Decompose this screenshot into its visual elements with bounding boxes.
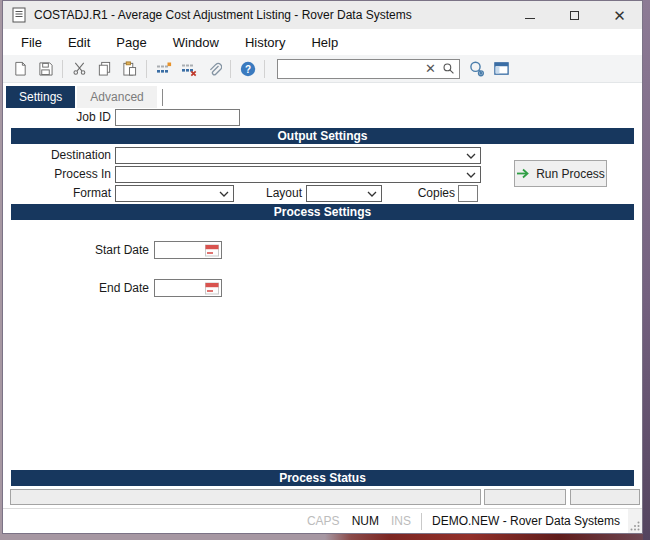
delete-rows-icon [181,61,197,77]
window-layout-icon [493,60,510,77]
save-button[interactable] [33,57,58,80]
search-clear-icon[interactable]: ✕ [421,62,440,75]
format-select[interactable] [115,185,234,202]
cut-button[interactable] [67,57,92,80]
statusbar-separator [421,513,422,530]
search-icon[interactable] [440,62,457,75]
process-status-field-3 [570,489,640,505]
destination-select[interactable] [115,147,481,164]
tab-advanced[interactable]: Advanced [77,86,156,108]
process-in-label: Process In [3,166,111,183]
start-date-field [154,241,222,259]
paperclip-icon [206,61,222,77]
help-icon: ? [240,61,256,77]
cut-icon [72,61,87,76]
app-document-icon [12,7,26,23]
resize-grip[interactable] [628,509,642,533]
copies-input[interactable] [458,185,478,202]
start-date-input[interactable] [155,243,203,257]
add-rows-button[interactable] [151,57,176,80]
svg-text:?: ? [244,63,250,74]
menu-edit[interactable]: Edit [55,30,103,55]
copies-label: Copies [398,185,455,202]
start-date-calendar-button[interactable] [203,242,221,258]
window-layout-button[interactable] [489,57,514,80]
find-preview-button[interactable] [464,57,489,80]
toolbar-separator [146,60,147,78]
save-icon [38,61,53,76]
process-status-message-field [10,489,481,505]
connection-info: DEMO.NEW - Rover Data Systems [432,514,620,528]
close-button[interactable]: ✕ [597,1,642,29]
layout-label: Layout [240,185,302,202]
menu-history[interactable]: History [232,30,298,55]
toolbar-separator [264,60,265,78]
end-date-label: End Date [3,279,149,297]
help-button[interactable]: ? [235,57,260,80]
search-box: ✕ [277,59,460,79]
new-document-icon [13,61,28,76]
copy-button[interactable] [92,57,117,80]
toolbar: ? ✕ [3,55,642,83]
find-preview-icon [468,60,486,78]
toolbar-separator [62,60,63,78]
minimize-button[interactable] [507,1,552,29]
menu-page[interactable]: Page [103,30,159,55]
paste-icon [122,61,137,76]
run-process-label: Run Process [536,167,605,181]
attachment-button[interactable] [201,57,226,80]
insert-indicator: INS [391,514,411,528]
copy-icon [97,61,112,76]
menu-window[interactable]: Window [160,30,232,55]
new-document-button[interactable] [8,57,33,80]
tab-strip: Settings Advanced [6,86,163,108]
layout-select[interactable] [306,185,382,202]
maximize-icon [570,11,579,20]
window-title: COSTADJ.R1 - Average Cost Adjustment Lis… [34,8,412,22]
num-lock-indicator: NUM [352,514,379,528]
chevron-down-icon [367,191,377,197]
delete-rows-button[interactable] [176,57,201,80]
caps-lock-indicator: CAPS [307,514,340,528]
end-date-input[interactable] [155,281,203,295]
title-bar[interactable]: COSTADJ.R1 - Average Cost Adjustment Lis… [3,1,642,29]
search-input[interactable] [282,62,421,76]
tab-settings[interactable]: Settings [6,86,75,108]
menu-help[interactable]: Help [298,30,351,55]
process-settings-header: Process Settings [11,204,634,220]
add-rows-icon [156,61,172,77]
tab-separator [162,89,163,106]
process-status-header: Process Status [11,470,634,486]
close-icon: ✕ [613,8,626,23]
end-date-field [154,279,222,297]
form-area: Settings Advanced Job ID Output Settings… [3,83,642,508]
format-label: Format [3,185,111,202]
toolbar-separator [230,60,231,78]
paste-button[interactable] [117,57,142,80]
destination-label: Destination [3,147,111,164]
process-in-select[interactable] [115,166,481,183]
output-settings-header: Output Settings [11,128,634,144]
end-date-calendar-button[interactable] [203,280,221,296]
calendar-icon [205,244,219,257]
chevron-down-icon [466,153,476,159]
app-window: COSTADJ.R1 - Average Cost Adjustment Lis… [2,0,643,534]
menu-bar: File Edit Page Window History Help [3,29,642,55]
chevron-down-icon [219,191,229,197]
job-id-input[interactable] [115,109,240,126]
chevron-down-icon [466,172,476,178]
status-bar: CAPS NUM INS DEMO.NEW - Rover Data Syste… [3,508,642,533]
start-date-label: Start Date [3,241,149,259]
run-process-button[interactable]: Run Process [514,160,607,187]
calendar-icon [205,282,219,295]
minimize-icon [525,18,535,19]
menu-file[interactable]: File [8,30,55,55]
job-id-label: Job ID [3,109,111,126]
maximize-button[interactable] [552,1,597,29]
process-status-field-2 [484,489,566,505]
desktop-wallpaper-edge [643,0,650,540]
run-arrow-icon [516,168,530,179]
